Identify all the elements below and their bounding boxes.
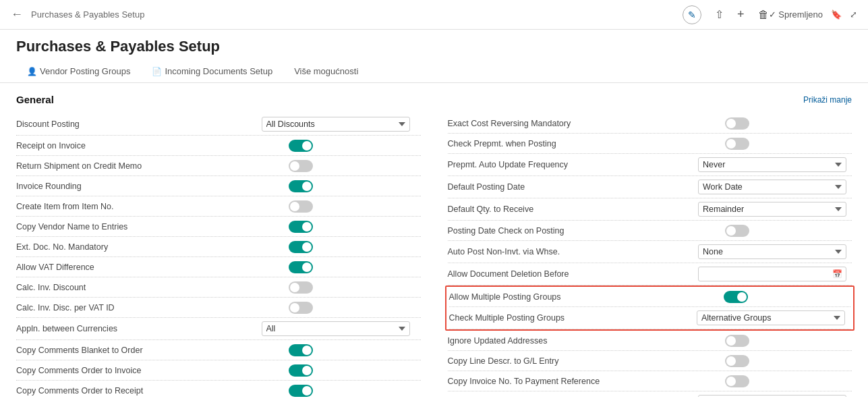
toggle-switch[interactable] <box>289 241 313 253</box>
field-value <box>725 335 846 347</box>
toggle-switch[interactable] <box>289 200 313 213</box>
right-field-row: Exact Cost Reversing Mandatory <box>448 113 852 134</box>
share-icon[interactable]: ⇧ <box>715 8 724 21</box>
tab-incoming-documents[interactable]: 📄 Incoming Documents Setup <box>141 61 283 83</box>
right-field-row: Document Default Line TypeItem <box>448 391 852 397</box>
right-field-row: Allow Multiple Posting Groups <box>449 287 851 307</box>
top-bar-title: Purchases & Payables Setup <box>31 9 683 20</box>
field-value <box>289 281 410 294</box>
field-label: Create Item from Item No. <box>16 202 289 211</box>
select-field[interactable]: Alternative Groups <box>697 310 845 325</box>
edit-icon[interactable]: ✎ <box>683 5 701 24</box>
left-field-row: Receipt on Invoice <box>16 136 421 156</box>
right-field-row: Allow Document Deletion Before📅 <box>448 263 852 285</box>
select-field[interactable]: All <box>262 321 410 336</box>
tab-vendor-posting-groups[interactable]: 👤 Vendor Posting Groups <box>16 61 141 83</box>
field-value <box>289 261 410 273</box>
field-label: Copy Comments Blanket to Order <box>16 346 289 355</box>
right-field-row: Default Qty. to ReceiveRemainder <box>448 198 852 221</box>
field-label: Invoice Rounding <box>16 182 289 191</box>
select-field[interactable]: None <box>698 244 846 259</box>
field-value: Alternative Groups <box>697 310 845 325</box>
select-field[interactable]: Item <box>698 395 846 397</box>
top-right: Spremljeno 🔖 ⤢ <box>769 9 857 20</box>
toggle-switch[interactable] <box>725 117 749 130</box>
left-field-row: Return Shipment on Credit Memo <box>16 156 421 176</box>
right-field-row: Copy Line Descr. to G/L Entry <box>448 351 852 371</box>
right-field-row: Ignore Updated Addresses <box>448 331 852 351</box>
left-field-row: Copy Vendor Name to Entries <box>16 217 421 237</box>
field-value <box>289 200 410 213</box>
bookmark-icon[interactable]: 🔖 <box>831 9 842 20</box>
vendor-icon: 👤 <box>27 67 37 76</box>
toggle-switch[interactable] <box>289 140 313 152</box>
saved-label: Spremljeno <box>769 9 823 20</box>
field-value <box>725 375 846 387</box>
field-label: Prepmt. Auto Update Frequency <box>448 160 699 169</box>
select-field[interactable]: All Discounts <box>262 117 410 132</box>
back-button[interactable]: ← <box>11 7 23 22</box>
field-label: Calc. Inv. Discount <box>16 283 289 292</box>
tab-label-more: Više mogućnosti <box>294 66 358 76</box>
date-input[interactable] <box>698 267 846 281</box>
field-value: Remainder <box>698 202 846 217</box>
tabs: 👤 Vendor Posting Groups 📄 Incoming Docum… <box>0 61 868 83</box>
right-field-row: Posting Date Check on Posting <box>448 221 852 241</box>
toggle-switch[interactable] <box>289 385 313 397</box>
toggle-switch[interactable] <box>289 281 313 294</box>
toggle-switch[interactable] <box>725 355 749 367</box>
toggle-switch[interactable] <box>289 344 313 356</box>
left-field-row: Calc. Inv. Disc. per VAT ID <box>16 298 421 318</box>
field-value: Never <box>698 157 846 172</box>
top-bar: ← Purchases & Payables Setup ✎ ⇧ + 🗑 Spr… <box>0 0 868 30</box>
field-value <box>725 138 846 150</box>
document-icon: 📄 <box>152 67 162 76</box>
field-value <box>725 225 846 237</box>
toggle-switch[interactable] <box>725 138 749 150</box>
right-field-row: Check Prepmt. when Posting <box>448 134 852 154</box>
toggle-switch[interactable] <box>725 225 749 237</box>
field-value: 📅 <box>698 267 846 281</box>
page-header: Purchases & Payables Setup <box>0 30 868 55</box>
field-label: Ext. Doc. No. Mandatory <box>16 242 289 252</box>
left-field-row: Create Item from Item No. <box>16 196 421 217</box>
select-field[interactable]: Remainder <box>698 202 846 217</box>
select-field[interactable]: Work Date <box>698 180 846 194</box>
toggle-switch[interactable] <box>289 221 313 233</box>
field-label: Return Shipment on Credit Memo <box>16 161 289 171</box>
right-field-row: Check Multiple Posting GroupsAlternative… <box>449 307 851 329</box>
right-field-row: Default Posting DateWork Date <box>448 176 852 198</box>
toggle-switch[interactable] <box>289 180 313 192</box>
toggle-switch[interactable] <box>289 302 313 314</box>
section-title: General <box>16 94 54 105</box>
left-field-row: Copy Comments Order to Invoice <box>16 360 421 381</box>
left-field-row: Appln. between CurrenciesAll <box>16 318 421 340</box>
field-value <box>725 355 846 367</box>
field-label: Appln. between Currencies <box>16 324 262 333</box>
calendar-icon[interactable]: 📅 <box>832 269 842 279</box>
expand-icon[interactable]: ⤢ <box>850 9 857 20</box>
toggle-switch[interactable] <box>725 375 749 387</box>
left-field-row: Allow VAT Difference <box>16 257 421 277</box>
field-value <box>289 385 410 397</box>
toggle-switch[interactable] <box>289 261 313 273</box>
left-field-row: Discount PostingAll Discounts <box>16 113 421 136</box>
collapse-button[interactable]: Prikaži manje <box>803 95 852 105</box>
field-value <box>725 117 846 130</box>
right-field-row: Prepmt. Auto Update FrequencyNever <box>448 154 852 176</box>
toggle-switch[interactable] <box>725 335 749 347</box>
field-label: Check Multiple Posting Groups <box>449 313 697 323</box>
toggle-switch[interactable] <box>289 160 313 172</box>
left-field-row: Copy Comments Blanket to Order <box>16 340 421 360</box>
field-value <box>289 140 410 152</box>
toggle-switch[interactable] <box>724 291 748 303</box>
delete-icon[interactable]: 🗑 <box>758 9 769 21</box>
field-value <box>289 241 410 253</box>
tab-more-options[interactable]: Više mogućnosti <box>283 61 369 83</box>
field-value <box>289 180 410 192</box>
field-value: All <box>262 321 410 336</box>
toggle-switch[interactable] <box>289 364 313 377</box>
field-value: All Discounts <box>262 117 410 132</box>
select-field[interactable]: Never <box>698 157 846 172</box>
add-icon[interactable]: + <box>737 7 745 22</box>
